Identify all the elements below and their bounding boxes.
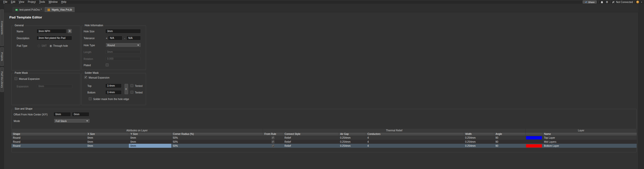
through-hole-label: Through hole (53, 44, 68, 47)
name-input[interactable] (37, 29, 66, 33)
table-row-top-layer[interactable]: Round 0mm 0mm 50% Relief 0.254mm 4 0.254… (11, 136, 637, 140)
solder-manual-expansion-label: Manual Expansion (89, 76, 109, 79)
table-row-mid-layers[interactable]: Round 0mm 0mm 50% Relief 0.254mm 4 0.254… (11, 140, 637, 144)
col-angle[interactable]: Angle (494, 132, 526, 136)
tab-test-panel-pcbdoc[interactable]: test-panel.PcbDoc * (13, 7, 44, 12)
offset-y-input[interactable] (72, 112, 89, 116)
layer-color-swatch[interactable] (526, 136, 542, 139)
table-column-header-row: Shape X Size Y Size Corner Radius (%) Fr… (11, 132, 637, 136)
right-edge-strip (638, 4, 644, 169)
hole-type-dropdown[interactable]: Round (106, 43, 141, 47)
general-legend: General (14, 24, 25, 27)
table-row-bottom-layer[interactable]: Round 0mm 0mm 50% Relief 0.254mm 4 0.254… (11, 144, 637, 148)
from-rule-checkbox[interactable] (272, 136, 274, 139)
paste-manual-expansion-checkbox[interactable] (14, 77, 17, 80)
expansion-label: Expansion (17, 85, 29, 88)
paste-mask-group: Paste Mask Manual Expansion Expansion (11, 73, 80, 105)
size-and-shape-legend: Size and Shape (14, 107, 34, 110)
hole-type-label: Hole Type (84, 44, 95, 47)
connection-status[interactable]: Not Connected (612, 1, 633, 4)
menu-view[interactable]: View (17, 0, 26, 4)
offset-x-input[interactable] (54, 112, 70, 116)
hole-size-input[interactable] (106, 29, 140, 33)
avatar-dropdown-caret-icon[interactable]: ▼ (641, 1, 642, 3)
description-label: Description (17, 37, 29, 40)
tab-label: test-panel.PcbDoc * (19, 8, 42, 11)
tolerance-plus-input[interactable] (108, 36, 122, 40)
menu-tools[interactable]: Tools (37, 0, 47, 4)
cloud-offline-icon (612, 1, 615, 4)
solder-mask-hole-edge-checkbox[interactable] (89, 97, 92, 100)
col-name[interactable]: Name (542, 132, 637, 136)
settings-gear-icon[interactable]: ⚙ (605, 1, 609, 4)
menu-help[interactable]: Help (59, 0, 68, 4)
left-panel-tab-strip: Components Projects Pad Via Library (0, 4, 4, 169)
length-input (106, 50, 140, 54)
user-avatar[interactable] (636, 1, 639, 4)
tolerance-minus-sign: - (124, 37, 125, 40)
toolbar-separator (610, 1, 610, 3)
share-button[interactable]: Share (583, 1, 597, 4)
offset-label: Offset From Hole Center (X/Y) (14, 113, 47, 116)
hole-information-legend: Hole Information (84, 24, 104, 27)
sidebar-tab-pad-via-library[interactable]: Pad Via Library (0, 67, 4, 92)
from-rule-checkbox[interactable] (272, 144, 274, 147)
col-from-rule[interactable]: From Rule (263, 132, 283, 136)
page-title: Pad Template Editor (9, 15, 42, 19)
menu-file[interactable]: File (2, 0, 9, 4)
plated-label: Plated (84, 64, 91, 67)
tab-nigels-vias-pvlib[interactable]: Nigels_Vias.PvLib (45, 7, 74, 12)
col-connect-style[interactable]: Connect Style (283, 132, 339, 136)
col-conductors[interactable]: Conductors (366, 132, 464, 136)
share-icon (585, 1, 587, 3)
table-group-header-row: Attributes on Layer Thermal Relief Layer (11, 129, 637, 132)
from-rule-checkbox[interactable] (272, 140, 274, 143)
top-expansion-input[interactable] (106, 84, 121, 88)
pad-type-label: Pad Type (17, 44, 27, 47)
solder-manual-expansion-checkbox[interactable] (84, 76, 87, 79)
col-layer-color[interactable] (526, 132, 542, 136)
sidebar-tab-components[interactable]: Components (0, 9, 4, 46)
share-label: Share (588, 1, 594, 4)
attributes-on-layer-table: Attributes on Layer Thermal Relief Layer… (11, 129, 637, 148)
through-hole-radio[interactable] (50, 45, 52, 47)
tented-bottom-checkbox[interactable] (130, 91, 133, 94)
rotation-label: Rotation (84, 58, 93, 60)
application-window: File Edit View Project Tools Window Help… (0, 0, 644, 169)
col-y-size[interactable]: Y Size (129, 132, 171, 136)
pcbdoc-file-icon (15, 8, 18, 11)
selected-cell-y-size[interactable]: 0mm (129, 144, 171, 148)
description-input[interactable] (37, 36, 72, 40)
plated-checkbox[interactable] (106, 63, 109, 66)
expansion-input (37, 84, 72, 88)
solder-mask-legend: Solder Mask (84, 71, 100, 74)
rule-button[interactable]: R (68, 29, 72, 33)
layer-color-swatch[interactable] (526, 144, 542, 148)
sidebar-tab-projects[interactable]: Projects (0, 47, 4, 66)
menu-window[interactable]: Window (47, 0, 59, 4)
tab-label: Nigels_Vias.PvLib (52, 8, 72, 11)
size-and-shape-group: Size and Shape Offset From Hole Center (… (11, 109, 637, 152)
link-values-button[interactable]: ∞ (125, 84, 128, 94)
layer-color-swatch[interactable] (526, 140, 542, 143)
bottom-expansion-input[interactable] (106, 90, 121, 94)
hole-information-group: Hole Information Hole Size Tolerance + -… (81, 26, 146, 70)
col-air-gap[interactable]: Air Gap (339, 132, 366, 136)
toolbar-separator (634, 1, 635, 3)
document-tab-bar: test-panel.PcbDoc * Nigels_Vias.PvLib (4, 4, 638, 12)
tented-top-checkbox[interactable] (130, 84, 133, 87)
mode-dropdown[interactable]: Full Stack (54, 119, 90, 123)
menu-project[interactable]: Project (26, 0, 37, 4)
smt-label: SMT (41, 44, 47, 47)
smt-radio[interactable] (38, 45, 40, 47)
col-shape[interactable]: Shape (11, 132, 86, 136)
col-corner-radius[interactable]: Corner Radius (%) (171, 132, 263, 136)
col-width[interactable]: Width (464, 132, 494, 136)
menu-edit[interactable]: Edit (9, 0, 17, 4)
general-group: General Name R Description Pad Type SMT … (11, 26, 80, 70)
toolbar-separator (598, 1, 599, 3)
group-header-layer: Layer (526, 129, 637, 132)
col-x-size[interactable]: X Size (86, 132, 129, 136)
home-icon[interactable] (600, 1, 604, 4)
tolerance-minus-input[interactable] (127, 36, 140, 40)
